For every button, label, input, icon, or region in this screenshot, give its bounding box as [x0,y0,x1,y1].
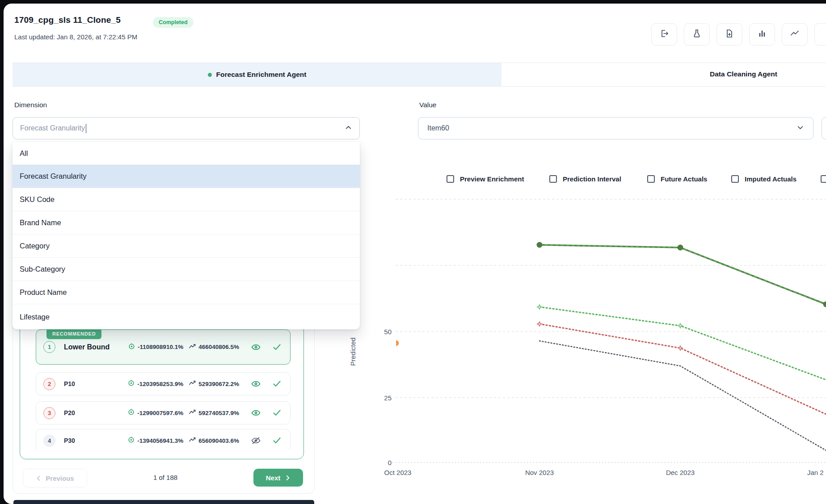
chevron-up-icon [345,124,352,133]
tab-forecast-enrichment-agent[interactable]: Forecast Enrichment Agent [13,63,502,86]
next-label: Next [266,474,281,482]
svg-text:25: 25 [384,394,392,402]
bar-chart-icon [757,28,767,41]
target-icon [128,343,135,352]
visibility-eye-icon[interactable] [251,409,261,417]
rank-badge: 1 [43,341,55,353]
visibility-eye-off-icon[interactable] [251,437,261,445]
prediction-interval-checkbox[interactable]: Prediction Interval [549,175,621,183]
svg-text:Oct 2023: Oct 2023 [384,469,412,476]
experiment-button[interactable] [684,23,710,46]
target-icon [127,379,135,388]
recommendation-card-p30[interactable]: 4 P30 -1394056941.3% 656090403.6% [36,429,291,450]
svg-text:Predicted: Predicted [349,337,357,365]
dropdown-option-sku-code[interactable]: SKU Code [13,188,360,211]
check-icon[interactable] [273,380,281,387]
target-icon [127,436,135,445]
page-counter: 1 of 188 [134,474,197,481]
dimension-dropdown-list: All Forecast Granularity SKU Code Brand … [13,142,360,329]
value-label: Value [419,101,437,109]
trend-icon [189,409,196,416]
clipped-checkbox[interactable] [821,175,826,183]
last-updated-text: Last updated: Jan 8, 2026, at 7:22:45 PM [14,33,137,41]
checkbox-label: Prediction Interval [563,175,621,183]
checkbox-label: Imputed Actuals [745,175,796,183]
imputed-actuals-checkbox[interactable]: Imputed Actuals [731,175,796,183]
preview-enrichment-checkbox[interactable]: Preview Enrichment [447,175,524,183]
next-page-button[interactable]: Next [253,469,303,487]
add-file-button[interactable] [716,23,742,46]
dropdown-option-product-name[interactable]: Product Name [13,281,360,304]
target-metric: -1299007597.6% [137,410,183,416]
svg-text:Jan 2: Jan 2 [807,469,824,476]
dimension-label: Dimension [14,101,47,109]
flask-icon [691,28,702,41]
page-title: 1709_cpg_sls 11_Clone_5 [14,15,121,25]
checkbox-label: Preview Enrichment [460,175,524,183]
recommended-badge: RECOMMENDED [46,328,101,339]
option-name: P20 [64,409,127,416]
previous-label: Previous [46,475,74,482]
file-add-icon [724,28,735,41]
trend-metric: 656090403.6% [198,437,239,444]
tab-label: Forecast Enrichment Agent [216,71,307,79]
collapsed-footer-bar[interactable] [13,500,314,504]
tab-label: Data Cleaning Agent [710,70,777,78]
app-window: 50250Oct 2023Nov 2023Dec 2023Jan 2Predic… [0,0,826,504]
dropdown-option-lifestage[interactable]: Lifestage [13,304,360,329]
option-name: Lower Bound [64,343,128,351]
chevron-down-icon [796,124,804,133]
checkbox-icon[interactable] [731,175,739,183]
visibility-eye-icon[interactable] [251,343,261,351]
previous-page-button[interactable]: Previous [23,469,87,487]
recommendation-card-p10[interactable]: 2 P10 -1203958253.9% 529390672.2% [36,372,291,395]
text-cursor [86,124,87,133]
svg-text:50: 50 [384,328,392,336]
check-icon[interactable] [273,437,281,444]
dimension-input-text: Forecast Granularity [20,124,85,132]
svg-text:0: 0 [388,459,392,466]
rank-badge: 2 [43,378,55,390]
export-icon [659,28,670,41]
trend-metric: 592740537.9% [198,410,239,416]
checkbox-label: Future Actuals [661,175,707,183]
line-chart-view-button[interactable] [782,23,808,46]
svg-text:Nov 2023: Nov 2023 [525,469,554,476]
target-metric: -1394056941.3% [137,437,183,444]
export-button[interactable] [651,23,677,46]
dropdown-option-forecast-granularity[interactable]: Forecast Granularity [13,165,360,188]
check-icon[interactable] [273,409,281,416]
checkbox-icon[interactable] [647,175,655,183]
dropdown-option-all[interactable]: All [13,142,360,165]
bar-chart-view-button[interactable] [749,23,775,46]
target-metric: -1108908910.1% [138,344,183,350]
trend-metric: 529390672.2% [198,381,239,387]
target-metric: -1203958253.9% [137,381,183,387]
dropdown-option-sub-category[interactable]: Sub-Category [13,258,360,281]
active-tab-status-dot-icon [208,73,212,77]
clipped-right-control[interactable] [822,117,826,139]
future-actuals-checkbox[interactable]: Future Actuals [647,175,707,183]
rank-badge: 4 [43,435,55,447]
value-select[interactable]: Item60 [418,117,813,139]
agent-tabbar: Forecast Enrichment Agent Data Cleaning … [13,63,826,87]
dropdown-option-brand-name[interactable]: Brand Name [13,211,360,235]
check-icon[interactable] [273,344,281,351]
svg-text:Dec 2023: Dec 2023 [666,469,695,476]
checkbox-icon[interactable] [549,175,557,183]
visibility-eye-icon[interactable] [251,380,261,388]
checkbox-icon[interactable] [447,175,454,183]
clipped-toolbar-button[interactable] [814,23,826,46]
option-name: P10 [64,380,127,387]
trend-metric: 466040806.5% [198,344,239,350]
trend-line-icon [789,28,800,41]
tab-data-cleaning-agent[interactable]: Data Cleaning Agent [502,63,826,86]
rank-badge: 3 [43,407,55,419]
dimension-combobox-input[interactable]: Forecast Granularity [13,117,360,139]
option-name: P30 [64,437,127,444]
target-icon [127,408,135,417]
chevron-left-icon [36,475,42,481]
recommendation-card-p20[interactable]: 3 P20 -1299007597.6% 592740537.9% [36,401,291,424]
dropdown-option-category[interactable]: Category [13,235,360,258]
checkbox-icon[interactable] [821,175,826,183]
